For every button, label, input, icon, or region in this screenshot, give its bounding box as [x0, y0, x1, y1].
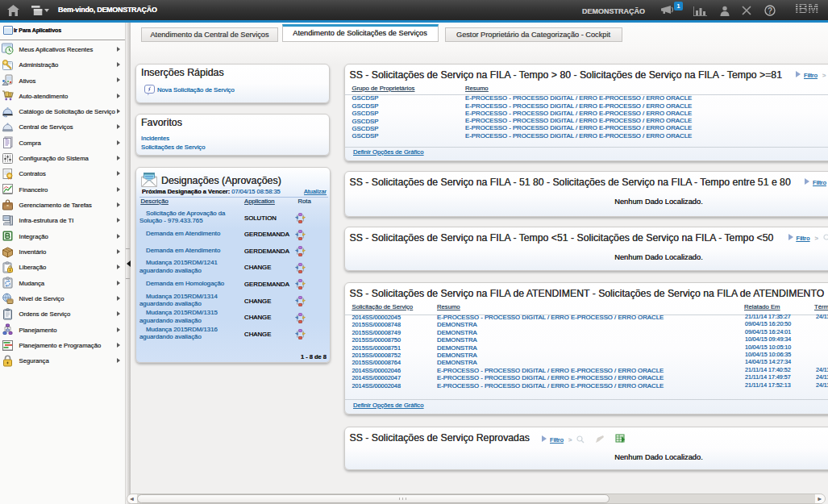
- svg-text:?: ?: [768, 6, 772, 15]
